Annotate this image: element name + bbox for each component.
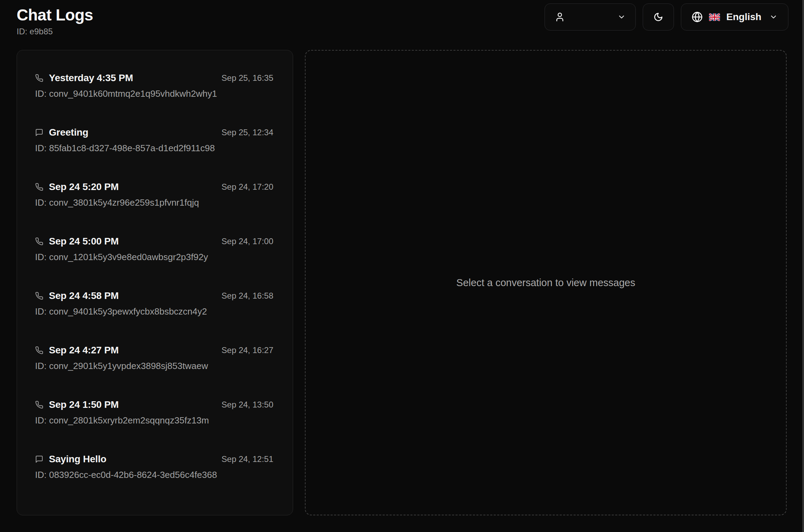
conversation-timestamp: Sep 24, 17:20 [222, 182, 273, 192]
user-dropdown[interactable] [545, 3, 636, 31]
conversation-id: ID: conv_9401k60mtmq2e1q95vhdkwh2why1 [35, 88, 273, 99]
conversation-list-item[interactable]: Sep 24 4:27 PM Sep 24, 16:27 ID: conv_29… [17, 331, 293, 385]
conversation-list-item[interactable]: Sep 24 5:20 PM Sep 24, 17:20 ID: conv_38… [17, 168, 293, 222]
phone-icon [35, 74, 43, 82]
conversation-id: ID: conv_2901k5y1yvpdex3898sj853twaew [35, 361, 273, 371]
conversation-title: Sep 24 4:27 PM [49, 345, 119, 356]
chat-bubble-icon [35, 455, 43, 463]
conversation-title-row: Sep 24 5:20 PM Sep 24, 17:20 [35, 181, 273, 192]
conversation-title: Sep 24 1:50 PM [49, 399, 119, 410]
page-subtitle: ID: e9b85 [17, 27, 93, 36]
conversation-list-item[interactable]: Sep 24 4:58 PM Sep 24, 16:58 ID: conv_94… [17, 276, 293, 331]
language-label: English [726, 11, 763, 23]
conversation-title-row: Sep 24 5:00 PM Sep 24, 17:00 [35, 236, 273, 247]
topbar: Chat Logs ID: e9b85 [0, 0, 804, 50]
conversation-id: ID: conv_3801k5y4zr96e259s1pfvnr1fqjq [35, 197, 273, 208]
conversation-timestamp: Sep 25, 16:35 [222, 73, 273, 83]
conversation-timestamp: Sep 24, 16:27 [222, 345, 273, 355]
conversation-list-item[interactable]: Yesterday 4:35 PM Sep 25, 16:35 ID: conv… [17, 59, 293, 113]
conversation-list-item[interactable]: Greeting Sep 25, 12:34 ID: 85fab1c8-d327… [17, 113, 293, 168]
window-scrollbar[interactable] [802, 0, 804, 532]
phone-icon [35, 237, 43, 246]
globe-icon [692, 11, 703, 23]
uk-flag-icon [709, 13, 720, 21]
conversation-title: Yesterday 4:35 PM [49, 72, 133, 84]
conversation-list-item[interactable]: Sep 24 5:00 PM Sep 24, 17:00 ID: conv_12… [17, 222, 293, 276]
conversation-id: ID: conv_1201k5y3v9e8ed0awbsgr2p3f92y [35, 252, 273, 263]
conversation-id: ID: conv_9401k5y3pewxfycbx8bsbczcn4y2 [35, 306, 273, 317]
message-detail-panel: Select a conversation to view messages [305, 50, 787, 515]
conversation-timestamp: Sep 24, 17:00 [222, 237, 273, 246]
conversation-id: ID: 083926cc-ec0d-42b6-8624-3ed56c4fe368 [35, 470, 273, 480]
main-content: Yesterday 4:35 PM Sep 25, 16:35 ID: conv… [17, 50, 787, 515]
conversation-list-panel: Yesterday 4:35 PM Sep 25, 16:35 ID: conv… [17, 50, 293, 515]
phone-icon [35, 401, 43, 409]
conversation-timestamp: Sep 24, 13:50 [222, 400, 273, 410]
conversation-timestamp: Sep 25, 12:34 [222, 128, 273, 137]
phone-icon [35, 346, 43, 354]
page-title: Chat Logs [17, 6, 93, 25]
language-dropdown[interactable]: English [681, 3, 788, 31]
conversation-title-row: Sep 24 1:50 PM Sep 24, 13:50 [35, 399, 273, 410]
conversation-title: Sep 24 5:00 PM [49, 236, 119, 247]
page-heading: Chat Logs ID: e9b85 [17, 6, 93, 36]
conversation-title-row: Saying Hello Sep 24, 12:51 [35, 454, 273, 465]
conversation-list-item[interactable]: Saying Hello Sep 24, 12:51 ID: 083926cc-… [17, 440, 293, 494]
conversation-timestamp: Sep 24, 12:51 [222, 454, 273, 464]
phone-icon [35, 292, 43, 300]
conversation-timestamp: Sep 24, 16:58 [222, 291, 273, 301]
chevron-down-icon [769, 13, 778, 21]
topbar-controls: English [545, 3, 788, 31]
conversation-id: ID: conv_2801k5xryrb2em2sqqnqz35fz13m [35, 415, 273, 426]
theme-toggle-button[interactable] [643, 3, 674, 31]
conversation-title-row: Greeting Sep 25, 12:34 [35, 127, 273, 138]
conversation-list-item[interactable]: Sep 24 1:50 PM Sep 24, 13:50 ID: conv_28… [17, 385, 293, 440]
chat-bubble-icon [35, 128, 43, 137]
phone-icon [35, 183, 43, 191]
conversation-title: Greeting [49, 127, 88, 138]
conversation-title-row: Yesterday 4:35 PM Sep 25, 16:35 [35, 72, 273, 84]
conversation-title: Sep 24 4:58 PM [49, 290, 119, 301]
conversation-title-row: Sep 24 4:58 PM Sep 24, 16:58 [35, 290, 273, 301]
chevron-down-icon [617, 13, 626, 21]
conversation-title-row: Sep 24 4:27 PM Sep 24, 16:27 [35, 345, 273, 356]
empty-state-text: Select a conversation to view messages [456, 277, 635, 289]
conversation-id: ID: 85fab1c8-d327-498e-857a-d1ed2f911c98 [35, 143, 273, 154]
conversation-title: Sep 24 5:20 PM [49, 181, 119, 192]
person-icon [555, 12, 565, 22]
moon-icon [653, 12, 663, 22]
conversation-title: Saying Hello [49, 454, 106, 465]
